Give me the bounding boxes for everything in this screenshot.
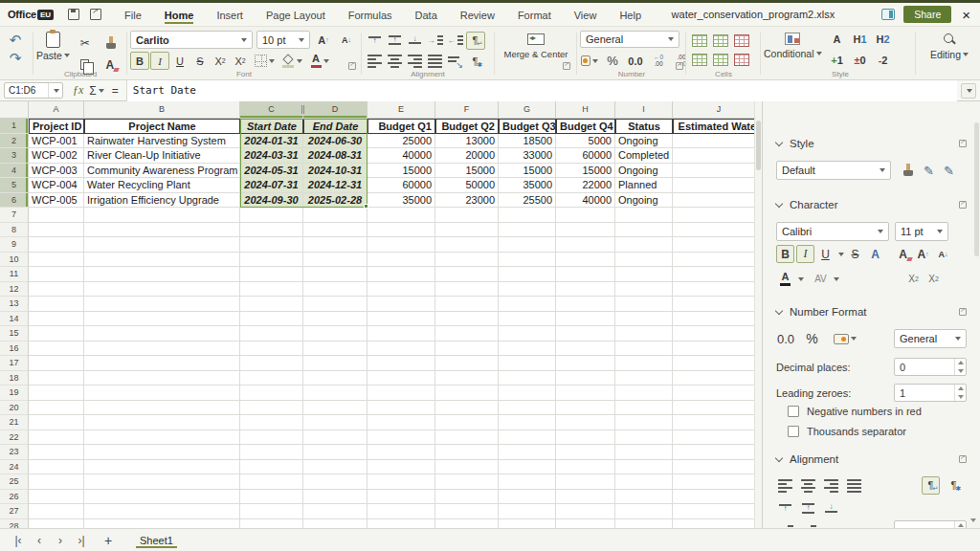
column-header-I[interactable]: I: [615, 101, 673, 118]
row-header-20[interactable]: 20: [0, 401, 29, 416]
add-sheet-button[interactable]: +: [96, 533, 121, 548]
style-preset-a[interactable]: A: [828, 31, 847, 49]
fill-color-button[interactable]: [278, 52, 305, 70]
sb-align-bottom-button[interactable]: ↓: [822, 499, 840, 518]
autosum-button[interactable]: Σ: [89, 84, 96, 98]
cell-G15[interactable]: [499, 326, 556, 342]
cell-I5[interactable]: Planned: [615, 178, 673, 193]
cell-J22[interactable]: [673, 430, 754, 446]
column-header-B[interactable]: B: [84, 101, 240, 118]
cell-G26[interactable]: [499, 490, 556, 505]
cell-G27[interactable]: [499, 504, 556, 519]
save-icon[interactable]: [68, 9, 80, 21]
cell-B16[interactable]: [84, 342, 240, 357]
style-expand-icon[interactable]: [959, 140, 967, 147]
delete-cells-button[interactable]: [732, 32, 751, 50]
cell-B13[interactable]: [84, 297, 240, 312]
cell-B21[interactable]: [84, 415, 240, 430]
cell-E6[interactable]: 35000: [368, 193, 435, 209]
cell-G5[interactable]: 35000: [499, 178, 556, 193]
row-header-11[interactable]: 11: [0, 267, 29, 282]
cell-C16[interactable]: [240, 342, 303, 357]
shrink-text-button[interactable]: ¶✱: [466, 53, 485, 71]
sb-grow-font-button[interactable]: A↑: [914, 245, 932, 263]
cell-E28[interactable]: [368, 519, 435, 529]
char-font-select[interactable]: Calibri: [776, 222, 889, 241]
cell-J15[interactable]: [673, 326, 754, 342]
cell-F12[interactable]: [435, 282, 499, 298]
cell-D16[interactable]: [303, 342, 368, 357]
cell-A18[interactable]: [29, 371, 84, 386]
cell-A22[interactable]: [29, 430, 84, 446]
comma-style-button[interactable]: 0.0: [626, 52, 645, 70]
style-preset-h1[interactable]: H1: [851, 31, 870, 49]
cell-E27[interactable]: [368, 504, 435, 519]
cell-C13[interactable]: [240, 297, 303, 312]
cell-A4[interactable]: WCP-003: [29, 164, 84, 179]
paste-button[interactable]: Paste: [36, 32, 70, 74]
row-header-28[interactable]: 28: [0, 519, 29, 529]
subscript-button[interactable]: X2: [211, 52, 230, 70]
column-header-J[interactable]: J: [673, 101, 754, 118]
cell-E12[interactable]: [368, 282, 435, 298]
cell-D22[interactable]: [303, 430, 368, 446]
cell-I7[interactable]: [615, 208, 673, 223]
cell-I23[interactable]: [615, 445, 673, 460]
cell-F14[interactable]: [435, 312, 499, 327]
cell-D15[interactable]: [303, 326, 368, 342]
chevron-down-icon[interactable]: [838, 253, 844, 256]
sb-font-color-button[interactable]: A: [776, 270, 794, 288]
row-header-10[interactable]: 10: [0, 253, 29, 268]
cell-H1[interactable]: Budget Q4: [556, 119, 615, 134]
cell-H21[interactable]: [556, 415, 615, 430]
cell-I19[interactable]: [615, 386, 673, 401]
row-header-13[interactable]: 13: [0, 297, 29, 312]
cell-E5[interactable]: 60000: [368, 178, 435, 193]
cell-B18[interactable]: [84, 371, 240, 386]
cell-J20[interactable]: [673, 401, 754, 416]
cell-C6[interactable]: 2024-09-30: [240, 193, 303, 209]
cell-D17[interactable]: [303, 356, 368, 371]
cell-A26[interactable]: [29, 490, 84, 505]
cell-B14[interactable]: [84, 312, 240, 327]
cell-I17[interactable]: [615, 356, 673, 371]
row-header-7[interactable]: 7: [0, 208, 29, 223]
cell-B11[interactable]: [84, 267, 240, 282]
cell-F15[interactable]: [435, 326, 499, 342]
cell-B6[interactable]: Irrigation Efficiency Upgrade: [84, 193, 240, 209]
cell-J25[interactable]: [673, 474, 754, 490]
cell-C22[interactable]: [240, 430, 303, 446]
cell-B1[interactable]: Project Name: [84, 119, 240, 134]
undo-button[interactable]: ↶: [6, 31, 25, 49]
format-cells-button[interactable]: [711, 51, 730, 69]
conditional-format-button[interactable]: Conditional: [764, 27, 822, 59]
cell-B24[interactable]: [84, 460, 240, 475]
percent-style-button[interactable]: %: [603, 52, 622, 70]
cell-D8[interactable]: [303, 223, 368, 238]
cell-F4[interactable]: 15000: [435, 164, 499, 179]
cell-G3[interactable]: 33000: [499, 148, 556, 164]
sheet-tab-active[interactable]: Sheet1: [136, 532, 177, 548]
cell-C18[interactable]: [240, 371, 303, 386]
cell-C15[interactable]: [240, 326, 303, 342]
style-preset-0[interactable]: ±0: [851, 52, 870, 70]
delete-rows-button[interactable]: [732, 51, 751, 69]
cell-G28[interactable]: [499, 519, 556, 529]
cell-C1[interactable]: Start Date: [240, 119, 303, 134]
align-top-button[interactable]: ↑: [366, 32, 385, 50]
row-header-14[interactable]: 14: [0, 312, 29, 327]
cell-B27[interactable]: [84, 504, 240, 519]
row-header-8[interactable]: 8: [0, 223, 29, 238]
cell-J23[interactable]: [673, 445, 754, 460]
cell-I12[interactable]: [615, 282, 673, 298]
cell-G20[interactable]: [499, 401, 556, 416]
cell-E21[interactable]: [368, 415, 435, 430]
sb-underline-button[interactable]: U: [816, 245, 835, 263]
borders-button[interactable]: [251, 52, 278, 70]
spreadsheet-grid[interactable]: ABCDEFGHIJ1Project IDProject NameStart D…: [0, 101, 754, 528]
cell-F9[interactable]: [435, 237, 499, 253]
cell-F19[interactable]: [435, 386, 499, 401]
cell-H22[interactable]: [556, 430, 615, 446]
sidebar-scrollbar-thumb[interactable]: [974, 122, 979, 256]
cell-B22[interactable]: [84, 430, 240, 446]
